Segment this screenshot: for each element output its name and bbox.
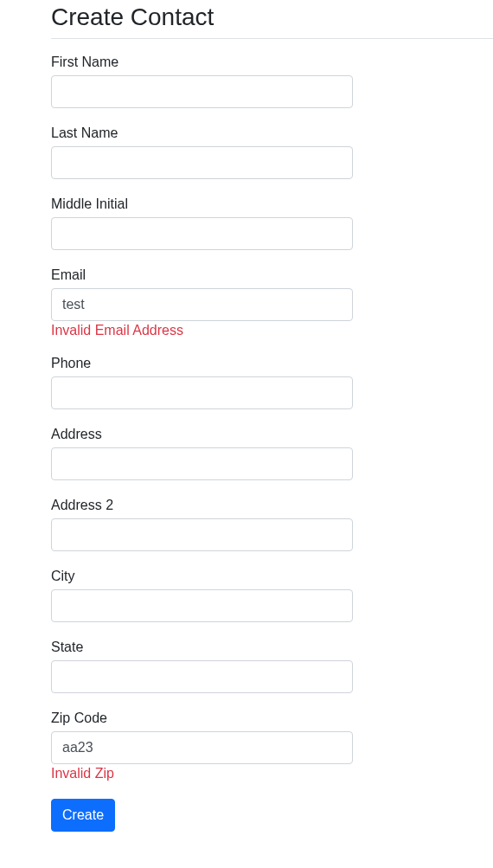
address-input[interactable]: [51, 447, 353, 480]
first-name-input[interactable]: [51, 75, 353, 108]
last-name-group: Last Name: [51, 125, 493, 179]
middle-initial-label: Middle Initial: [51, 196, 493, 212]
phone-input[interactable]: [51, 376, 353, 409]
email-group: Email Invalid Email Address: [51, 267, 493, 338]
address-label: Address: [51, 427, 493, 442]
last-name-input[interactable]: [51, 146, 353, 179]
address2-group: Address 2: [51, 498, 493, 551]
create-contact-form: First Name Last Name Middle Initial Emai…: [51, 55, 493, 832]
middle-initial-group: Middle Initial: [51, 196, 493, 250]
city-input[interactable]: [51, 589, 353, 622]
city-group: City: [51, 569, 493, 622]
email-input[interactable]: [51, 288, 353, 321]
address-group: Address: [51, 427, 493, 480]
state-input[interactable]: [51, 660, 353, 693]
zip-group: Zip Code Invalid Zip: [51, 710, 493, 781]
city-label: City: [51, 569, 493, 584]
phone-label: Phone: [51, 356, 493, 371]
state-label: State: [51, 640, 493, 655]
zip-input[interactable]: [51, 731, 353, 764]
title-divider: [51, 38, 493, 39]
state-group: State: [51, 640, 493, 693]
address2-label: Address 2: [51, 498, 493, 513]
first-name-label: First Name: [51, 55, 493, 70]
zip-label: Zip Code: [51, 710, 493, 726]
zip-error: Invalid Zip: [51, 766, 493, 781]
email-error: Invalid Email Address: [51, 323, 493, 338]
page-title: Create Contact: [51, 3, 493, 31]
email-label: Email: [51, 267, 493, 283]
first-name-group: First Name: [51, 55, 493, 108]
middle-initial-input[interactable]: [51, 217, 353, 250]
create-button[interactable]: Create: [51, 799, 115, 832]
address2-input[interactable]: [51, 518, 353, 551]
phone-group: Phone: [51, 356, 493, 409]
last-name-label: Last Name: [51, 125, 493, 141]
